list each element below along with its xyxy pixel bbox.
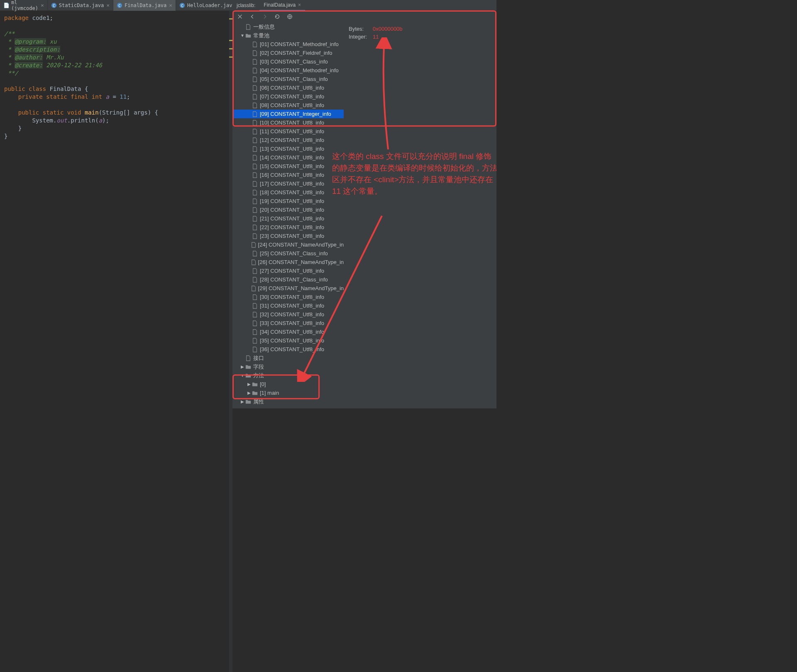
tree-const-item[interactable]: [06] CONSTANT_Utf8_info	[232, 83, 344, 92]
file-icon	[245, 398, 252, 405]
tree-const-item[interactable]: [19] CONSTANT_Utf8_info	[232, 197, 344, 205]
file-icon	[252, 50, 258, 56]
tree-method-item[interactable]: ▶[1] main	[232, 389, 344, 397]
close-icon[interactable]: ×	[41, 2, 44, 8]
tree-const-item[interactable]: [14] CONSTANT_Utf8_info	[232, 153, 344, 162]
tree-item-label: 常量池	[253, 32, 269, 39]
back-button[interactable]	[249, 13, 256, 20]
tree-const-item[interactable]: [07] CONSTANT_Utf8_info	[232, 92, 344, 101]
forward-button[interactable]	[262, 13, 268, 20]
tree-constpool[interactable]: ▼常量池	[232, 31, 344, 40]
file-icon	[252, 172, 258, 178]
tree-item-label: [14] CONSTANT_Utf8_info	[260, 154, 324, 161]
file-icon	[252, 346, 258, 353]
tree-methods[interactable]: ▼方法	[232, 371, 344, 380]
tree-const-item[interactable]: [01] CONSTANT_Methodref_info	[232, 40, 344, 49]
web-button[interactable]	[286, 13, 293, 20]
tree-item-label: [36] CONSTANT_Utf8_info	[260, 346, 324, 352]
class-icon: C	[117, 2, 122, 8]
file-icon	[252, 215, 258, 222]
tree-item-label: 接口	[253, 354, 264, 362]
tree-item-label: [15] CONSTANT_Utf8_info	[260, 163, 324, 169]
file-icon	[252, 303, 258, 309]
file-icon	[251, 242, 257, 248]
tree-item-label: [07] CONSTANT_Utf8_info	[260, 93, 324, 100]
tree-item-label: [17] CONSTANT_Utf8_info	[260, 181, 324, 187]
file-icon	[245, 364, 252, 370]
tree-item-label: [13] CONSTANT_Utf8_info	[260, 146, 324, 152]
tree-const-item[interactable]: [32] CONSTANT_Utf8_info	[232, 310, 344, 319]
editor-tab[interactable]: 📄 ml (jvmcode) ×	[0, 0, 48, 11]
tree-const-item[interactable]: [35] CONSTANT_Utf8_info	[232, 336, 344, 345]
tree-item-label: [24] CONSTANT_NameAndType_in	[258, 242, 344, 248]
jclasslib-toolbar	[232, 11, 496, 22]
tree-const-item[interactable]: [25] CONSTANT_Class_info	[232, 249, 344, 258]
editor-tab[interactable]: C FinalData.java ×	[113, 0, 176, 11]
close-button[interactable]	[237, 13, 243, 20]
tree-item-label: [33] CONSTANT_Utf8_info	[260, 320, 324, 326]
file-icon	[252, 337, 258, 344]
editor-tab-label: ml (jvmcode)	[11, 0, 38, 11]
file-icon	[245, 24, 252, 30]
tree-item-label: [32] CONSTANT_Utf8_info	[260, 311, 324, 318]
tree-const-item[interactable]: [05] CONSTANT_Class_info	[232, 75, 344, 83]
refresh-button[interactable]	[274, 13, 281, 20]
close-icon[interactable]: ×	[298, 2, 301, 8]
tree-fields[interactable]: ▶字段	[232, 362, 344, 371]
tree-const-item[interactable]: [15] CONSTANT_Utf8_info	[232, 162, 344, 171]
tree-item-label: 一般信息	[253, 23, 275, 31]
tree-const-item[interactable]: [26] CONSTANT_NameAndType_in	[232, 258, 344, 266]
integer-value: 11	[373, 34, 379, 40]
tree-method-item[interactable]: ▶[0]	[232, 380, 344, 389]
tree-const-item[interactable]: [21] CONSTANT_Utf8_info	[232, 214, 344, 223]
jclasslib-tab[interactable]: FinalData.java ×	[259, 0, 305, 11]
tree-const-item[interactable]: [04] CONSTANT_Methodref_info	[232, 66, 344, 75]
tree-const-item[interactable]: [10] CONSTANT_Utf8_info	[232, 118, 344, 127]
tree-const-item[interactable]: [13] CONSTANT_Utf8_info	[232, 144, 344, 153]
detail-panel: Bytes:0x0000000b Integer:11	[344, 22, 496, 408]
tree-const-item[interactable]: [33] CONSTANT_Utf8_info	[232, 319, 344, 327]
tree-const-item[interactable]: [09] CONSTANT_Integer_info	[232, 110, 344, 118]
code-content[interactable]: package code1; /** * @program: xu * @des…	[0, 11, 232, 144]
close-icon[interactable]: ×	[106, 2, 110, 8]
tree-const-item[interactable]: [20] CONSTANT_Utf8_info	[232, 205, 344, 214]
tree-const-item[interactable]: [24] CONSTANT_NameAndType_in	[232, 240, 344, 249]
tree-const-item[interactable]: [08] CONSTANT_Utf8_info	[232, 101, 344, 110]
editor-tab-label: FinalData.java	[125, 2, 166, 8]
file-icon	[252, 120, 258, 126]
file-icon	[252, 207, 258, 213]
tree-const-item[interactable]: [11] CONSTANT_Utf8_info	[232, 127, 344, 136]
tree-const-item[interactable]: [02] CONSTANT_Fieldref_info	[232, 49, 344, 57]
tree-const-item[interactable]: [27] CONSTANT_Utf8_info	[232, 266, 344, 275]
tree-const-item[interactable]: [36] CONSTANT_Utf8_info	[232, 345, 344, 354]
tree-item-label: 方法	[253, 372, 264, 379]
tree-const-item[interactable]: [22] CONSTANT_Utf8_info	[232, 223, 344, 232]
file-icon	[252, 93, 258, 100]
close-icon[interactable]: ×	[169, 2, 172, 8]
tree-const-item[interactable]: [16] CONSTANT_Utf8_info	[232, 171, 344, 179]
tree-const-item[interactable]: [03] CONSTANT_Class_info	[232, 57, 344, 66]
panel-label: jclasslib:	[232, 2, 259, 8]
tree-const-item[interactable]: [18] CONSTANT_Utf8_info	[232, 188, 344, 197]
tree-const-item[interactable]: [17] CONSTANT_Utf8_info	[232, 179, 344, 188]
gutter	[229, 11, 232, 408]
editor-tab[interactable]: C StaticData.java ×	[48, 0, 113, 11]
file-icon	[252, 85, 258, 91]
tree-const-item[interactable]: [30] CONSTANT_Utf8_info	[232, 293, 344, 301]
tree-const-item[interactable]: [28] CONSTANT_Class_info	[232, 275, 344, 284]
tree-item-label: [26] CONSTANT_NameAndType_in	[258, 259, 344, 265]
tree-const-item[interactable]: [23] CONSTANT_Utf8_info	[232, 232, 344, 240]
tree-const-item[interactable]: [31] CONSTANT_Utf8_info	[232, 301, 344, 310]
tree-attributes[interactable]: ▶属性	[232, 397, 344, 406]
tree-item-label: [31] CONSTANT_Utf8_info	[260, 303, 324, 309]
tree-const-item[interactable]: [29] CONSTANT_NameAndType_in	[232, 284, 344, 293]
code-editor: 📄 ml (jvmcode) × C StaticData.java × C F…	[0, 0, 232, 408]
svg-text:C: C	[53, 3, 55, 7]
file-icon	[252, 381, 258, 388]
tree-item-label: [22] CONSTANT_Utf8_info	[260, 224, 324, 230]
tree-general[interactable]: 一般信息	[232, 22, 344, 31]
tree-interfaces[interactable]: 接口	[232, 354, 344, 362]
tree-const-item[interactable]: [12] CONSTANT_Utf8_info	[232, 136, 344, 144]
file-icon	[252, 154, 258, 161]
tree-const-item[interactable]: [34] CONSTANT_Utf8_info	[232, 327, 344, 336]
